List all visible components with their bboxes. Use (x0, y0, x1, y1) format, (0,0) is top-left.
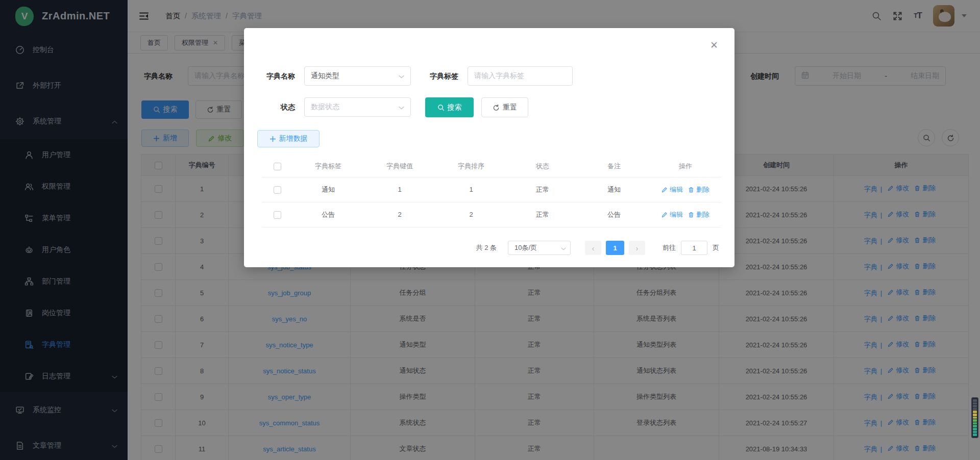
modal-table-row: 公告22正常公告编辑删除 (262, 202, 721, 227)
select-value: 通知类型 (311, 71, 339, 81)
row-checkbox-cell (262, 177, 292, 202)
row-delete-link[interactable]: 删除 (688, 210, 709, 219)
column-header: 操作 (650, 156, 721, 177)
remark-cell: 公告 (578, 202, 650, 227)
column-header: 状态 (507, 156, 578, 177)
action-label: 编辑 (670, 185, 683, 194)
modal-dict-label-label: 字典标签 (420, 66, 458, 86)
modal-search-button[interactable]: 搜索 (425, 97, 474, 117)
page-1-button[interactable]: 1 (606, 241, 624, 255)
minimap-scrollbar[interactable] (971, 397, 978, 438)
button-label: 重置 (503, 103, 517, 112)
modal-dict-label-input[interactable]: 请输入字典标签 (468, 66, 573, 86)
action-label: 删除 (696, 210, 709, 219)
modal-table-header-row: 字典标签字典键值字典排序状态备注操作 (262, 156, 721, 177)
close-icon[interactable]: ✕ (710, 40, 718, 50)
goto-page-input[interactable]: 1 (681, 241, 707, 255)
dict-sort-cell: 1 (435, 177, 507, 202)
dict-label-cell: 公告 (292, 202, 364, 227)
next-page-button[interactable]: › (629, 241, 645, 255)
page-unit-label: 页 (713, 243, 719, 252)
dict-label-cell: 通知 (292, 177, 364, 202)
select-placeholder: 数据状态 (311, 103, 339, 112)
button-label: 搜索 (448, 103, 462, 112)
row-checkbox[interactable] (274, 186, 281, 194)
pagination: 共 2 条 10条/页 ‹ 1 › 前往 1 页 (244, 241, 719, 255)
row-checkbox[interactable] (274, 211, 281, 219)
row-edit-link[interactable]: 编辑 (662, 210, 683, 219)
chevron-down-icon (399, 72, 404, 80)
input-placeholder: 请输入字典标签 (474, 71, 524, 81)
modal-status-label: 状态 (244, 97, 295, 117)
row-checkbox-cell (262, 202, 292, 227)
modal-table-row: 通知11正常通知编辑删除 (262, 177, 721, 202)
column-header: 字典键值 (364, 156, 435, 177)
column-header: 备注 (578, 156, 650, 177)
row-edit-link[interactable]: 编辑 (662, 185, 683, 194)
modal-add-data-button[interactable]: 新增数据 (257, 130, 320, 147)
select-value: 10条/页 (514, 243, 537, 252)
header-checkbox-cell (262, 156, 292, 177)
column-header: 字典排序 (435, 156, 507, 177)
dict-value-cell: 2 (364, 202, 435, 227)
modal-status-select[interactable]: 数据状态 (304, 97, 411, 117)
modal-dict-name-select[interactable]: 通知类型 (304, 66, 411, 86)
dict-data-table: 字典标签字典键值字典排序状态备注操作通知11正常通知编辑删除公告22正常公告编辑… (262, 156, 721, 227)
dict-value-cell: 1 (364, 177, 435, 202)
button-label: 新增数据 (279, 134, 308, 143)
action-label: 编辑 (670, 210, 683, 219)
app-root: V ZrAdmin.NET 控制台 外部打开 系统管理 用户管理 权限管理 (0, 0, 980, 460)
row-delete-link[interactable]: 删除 (688, 185, 709, 194)
chevron-down-icon (561, 244, 566, 252)
column-header: 字典标签 (292, 156, 364, 177)
status-cell: 正常 (507, 177, 578, 202)
pagination-total: 共 2 条 (476, 243, 497, 252)
pencil-icon (662, 212, 668, 218)
trash-icon (688, 212, 694, 218)
goto-label: 前往 (663, 243, 676, 252)
actions-cell: 编辑删除 (650, 177, 721, 202)
dict-data-modal: ✕ 字典名称 通知类型 字典标签 请输入字典标签 状态 数据状态 搜索 重置 新… (244, 28, 734, 267)
prev-page-button[interactable]: ‹ (585, 241, 601, 255)
trash-icon (688, 187, 694, 193)
chevron-down-icon (399, 103, 404, 111)
page-size-select[interactable]: 10条/页 (508, 241, 571, 255)
modal-select-all-checkbox[interactable] (274, 163, 281, 170)
actions-cell: 编辑删除 (650, 202, 721, 227)
dict-sort-cell: 2 (435, 202, 507, 227)
remark-cell: 通知 (578, 177, 650, 202)
modal-dict-name-label: 字典名称 (244, 66, 295, 86)
modal-reset-button[interactable]: 重置 (481, 97, 528, 117)
pencil-icon (662, 187, 668, 193)
status-cell: 正常 (507, 202, 578, 227)
action-label: 删除 (696, 185, 709, 194)
